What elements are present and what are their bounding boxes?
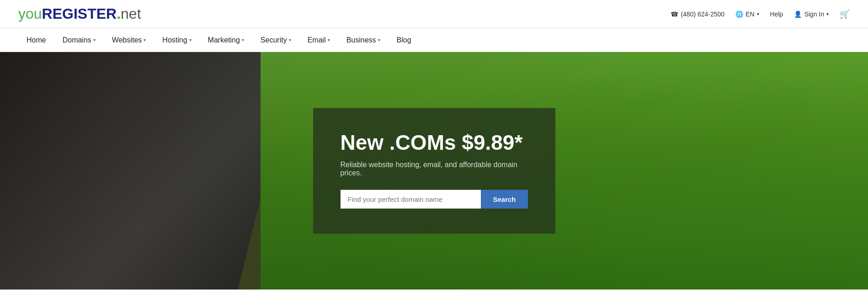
phone-link[interactable]: ☎ (480) 624-2500 <box>671 11 724 18</box>
language-selector[interactable]: 🌐 EN ▾ <box>735 11 759 18</box>
cart-icon: 🛒 <box>840 9 850 19</box>
help-link[interactable]: Help <box>770 11 783 18</box>
promo-title: New .COMs $9.89* <box>341 131 528 154</box>
nav-websites-label: Websites <box>112 36 142 44</box>
nav-item-hosting[interactable]: Hosting ▾ <box>154 28 199 52</box>
logo-register: REGISTER <box>42 5 117 22</box>
websites-chevron-icon: ▾ <box>144 37 146 42</box>
cart-link[interactable]: 🛒 <box>840 9 850 19</box>
nav-item-marketing[interactable]: Marketing ▾ <box>200 28 252 52</box>
top-bar: youREGISTER.net ☎ (480) 624-2500 🌐 EN ▾ … <box>0 0 868 28</box>
person-icon: 👤 <box>794 11 802 18</box>
nav-home-label: Home <box>27 36 46 44</box>
domain-search-row: Search <box>341 190 528 208</box>
help-label: Help <box>770 11 783 18</box>
nav-security-label: Security <box>261 36 287 44</box>
top-right-controls: ☎ (480) 624-2500 🌐 EN ▾ Help 👤 Sign In ▾… <box>671 9 850 19</box>
hosting-chevron-icon: ▾ <box>189 37 192 42</box>
logo-net: net <box>121 5 141 22</box>
nav-blog-label: Blog <box>397 36 411 44</box>
security-chevron-icon: ▾ <box>289 37 291 42</box>
nav-item-business[interactable]: Business ▾ <box>338 28 389 52</box>
phone-number: (480) 624-2500 <box>681 11 724 18</box>
nav-item-websites[interactable]: Websites ▾ <box>104 28 154 52</box>
nav-business-label: Business <box>346 36 376 44</box>
logo-you: you <box>18 5 42 22</box>
main-nav: Home Domains ▾ Websites ▾ Hosting ▾ Mark… <box>0 28 868 52</box>
signin-chevron-icon: ▾ <box>826 11 829 16</box>
logo[interactable]: youREGISTER.net <box>18 5 141 22</box>
promo-box: New .COMs $9.89* Reliable website hostin… <box>313 108 555 234</box>
nav-item-home[interactable]: Home <box>18 28 54 52</box>
nav-item-domains[interactable]: Domains ▾ <box>54 28 104 52</box>
signin-link[interactable]: 👤 Sign In ▾ <box>794 11 829 18</box>
language-label: EN <box>746 11 754 18</box>
domain-search-button[interactable]: Search <box>481 190 527 208</box>
nav-item-blog[interactable]: Blog <box>389 28 420 52</box>
business-chevron-icon: ▾ <box>378 37 380 42</box>
nav-email-label: Email <box>308 36 326 44</box>
domains-chevron-icon: ▾ <box>93 37 96 42</box>
nav-hosting-label: Hosting <box>162 36 187 44</box>
email-chevron-icon: ▾ <box>328 37 330 42</box>
signin-label: Sign In <box>804 11 824 18</box>
nav-item-security[interactable]: Security ▾ <box>252 28 299 52</box>
hero-section: New .COMs $9.89* Reliable website hostin… <box>0 52 868 290</box>
nav-marketing-label: Marketing <box>208 36 240 44</box>
globe-icon: 🌐 <box>735 11 743 18</box>
lang-chevron-icon: ▾ <box>757 11 759 16</box>
promo-subtitle: Reliable website hosting, email, and aff… <box>341 160 528 177</box>
nav-domains-label: Domains <box>63 36 91 44</box>
domain-search-input[interactable] <box>341 190 481 208</box>
marketing-chevron-icon: ▾ <box>242 37 244 42</box>
phone-icon: ☎ <box>671 11 678 18</box>
logo-dot: . <box>117 5 121 22</box>
nav-item-email[interactable]: Email ▾ <box>299 28 338 52</box>
